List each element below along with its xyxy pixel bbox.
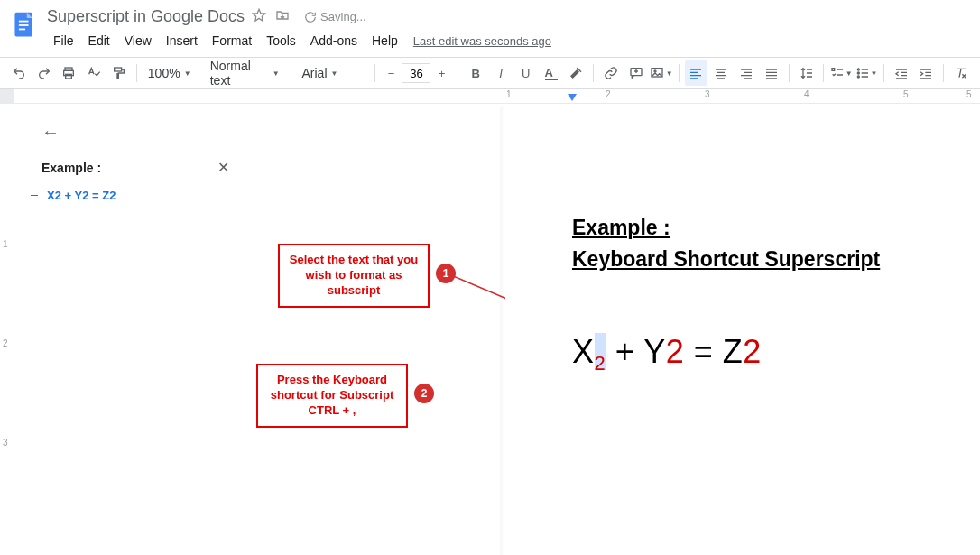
outline-back-button[interactable]: ←	[42, 122, 229, 143]
eq-sub-2: 2	[595, 352, 606, 375]
highlight-button[interactable]	[564, 60, 587, 86]
outline-heading[interactable]: Example :	[42, 161, 101, 175]
page-heading-1: Example :	[572, 216, 980, 240]
svg-rect-8	[115, 68, 122, 71]
style-value: Normal text	[210, 59, 269, 88]
outline-item[interactable]: X2 + Y2 = Z2	[42, 189, 229, 202]
menu-edit[interactable]: Edit	[82, 30, 116, 51]
clear-formatting-button[interactable]	[949, 60, 973, 86]
zoom-select[interactable]: 100%▼	[143, 61, 193, 85]
ruler-tick: 2	[3, 338, 8, 348]
insert-link-button[interactable]	[599, 60, 623, 86]
indent-marker-icon[interactable]	[568, 94, 577, 101]
menu-format[interactable]: Format	[206, 30, 258, 51]
page-area: Example : Keyboard Shortcut Superscript …	[505, 104, 980, 555]
separator	[789, 64, 790, 82]
zoom-value: 100%	[148, 66, 180, 80]
docs-logo[interactable]	[9, 9, 42, 42]
saving-text: Saving...	[320, 10, 366, 23]
separator	[593, 64, 594, 82]
style-select[interactable]: Normal text▼	[205, 61, 285, 85]
line-spacing-button[interactable]	[795, 60, 818, 86]
ruler-tick: 5	[903, 89, 909, 99]
insert-comment-button[interactable]	[624, 60, 648, 86]
chevron-down-icon: ▼	[666, 69, 673, 78]
ruler-tick: 3	[3, 438, 8, 448]
eq-y2: 2	[666, 333, 685, 370]
align-center-button[interactable]	[709, 60, 733, 86]
menu-insert[interactable]: Insert	[160, 30, 204, 51]
last-edit-link[interactable]: Last edit was seconds ago	[413, 34, 551, 48]
annotation-badge-1: 1	[436, 264, 456, 283]
align-left-button[interactable]	[685, 60, 708, 86]
indent-increase-button[interactable]	[915, 60, 938, 86]
font-select[interactable]: Arial▼	[297, 61, 369, 85]
chevron-down-icon: ▼	[331, 69, 338, 78]
star-icon[interactable]	[252, 8, 266, 25]
sync-icon	[304, 11, 317, 23]
menu-file[interactable]: File	[47, 30, 80, 51]
menubar: File Edit View Insert Format Tools Add-o…	[43, 28, 973, 57]
ruler-tick: 5	[966, 89, 972, 99]
svg-point-14	[857, 72, 859, 74]
ruler-tick: 4	[804, 89, 809, 99]
separator	[943, 64, 944, 82]
move-icon[interactable]	[275, 8, 290, 25]
font-size-decrease[interactable]: −	[380, 60, 402, 86]
paint-format-button[interactable]	[107, 60, 131, 86]
menu-view[interactable]: View	[118, 30, 158, 51]
bullet-list-button[interactable]: ▼	[855, 60, 878, 86]
font-size-increase[interactable]: +	[430, 60, 452, 86]
print-button[interactable]	[58, 60, 81, 86]
underline-button[interactable]: U	[514, 60, 538, 86]
annotation-layer: Select the text that you wish to format …	[244, 104, 505, 555]
menu-help[interactable]: Help	[365, 30, 404, 51]
spellcheck-button[interactable]	[82, 60, 106, 86]
close-icon[interactable]: ✕	[217, 159, 229, 176]
chevron-down-icon: ▼	[871, 69, 878, 78]
redo-button[interactable]	[32, 60, 56, 86]
ruler-tick: 1	[506, 89, 512, 99]
align-right-button[interactable]	[735, 60, 758, 86]
equation-text[interactable]: X2 + Y2 = Z2	[572, 333, 980, 375]
svg-rect-12	[832, 69, 835, 71]
document-title[interactable]: Superscript in Google Docs	[47, 7, 245, 26]
menu-addons[interactable]: Add-ons	[304, 30, 364, 51]
separator	[679, 64, 680, 82]
eq-z2: 2	[743, 333, 762, 370]
annotation-badge-2: 2	[414, 384, 434, 403]
indent-decrease-button[interactable]	[890, 60, 913, 86]
menu-tools[interactable]: Tools	[260, 30, 302, 51]
svg-point-15	[857, 76, 859, 78]
svg-rect-2	[19, 24, 29, 26]
page-heading-2: Keyboard Shortcut Superscript	[572, 247, 980, 272]
text-color-button[interactable]: A	[540, 60, 563, 86]
toolbar: 100%▼ Normal text▼ Arial▼ − + B I U A ▼ …	[0, 57, 980, 89]
svg-marker-4	[253, 9, 264, 21]
svg-point-13	[857, 69, 859, 70]
eq-z: Z	[723, 333, 744, 370]
font-size-input[interactable]	[402, 63, 430, 83]
font-value: Arial	[302, 66, 328, 80]
horizontal-ruler[interactable]: 1 2 3 4 5 5	[14, 89, 980, 104]
vertical-ruler[interactable]: 1 2 3	[0, 104, 14, 555]
ruler-tick: 1	[3, 239, 8, 249]
checklist-button[interactable]: ▼	[829, 60, 853, 86]
separator	[199, 64, 199, 82]
svg-point-11	[654, 70, 656, 72]
eq-x: X	[572, 333, 595, 370]
align-justify-button[interactable]	[760, 60, 783, 86]
separator	[883, 64, 884, 82]
eq-y: Y	[643, 333, 666, 370]
document-page[interactable]: Example : Keyboard Shortcut Superscript …	[505, 107, 980, 555]
undo-button[interactable]	[7, 60, 31, 86]
separator	[458, 64, 458, 82]
ruler-tick: 2	[606, 89, 611, 99]
separator	[136, 64, 137, 82]
bold-button[interactable]: B	[464, 60, 487, 86]
insert-image-button[interactable]: ▼	[650, 60, 673, 86]
separator	[823, 64, 824, 82]
italic-button[interactable]: I	[489, 60, 513, 86]
annotation-box-2: Press the Keyboard shortcut for Subscrip…	[256, 364, 408, 428]
chevron-down-icon: ▼	[184, 69, 191, 78]
